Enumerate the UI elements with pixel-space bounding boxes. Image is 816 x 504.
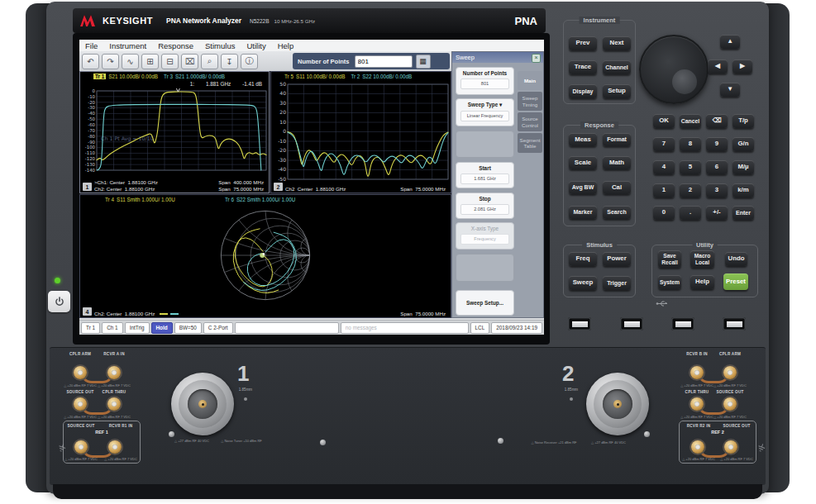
trace-1-label[interactable]: Tr 1 bbox=[93, 74, 106, 79]
status-hold-badge[interactable]: Hold bbox=[151, 322, 173, 334]
usb-port-1[interactable] bbox=[568, 317, 591, 330]
menu-instrument[interactable]: Instrument bbox=[103, 41, 152, 50]
macro-local-button[interactable]: Macro Local bbox=[690, 250, 714, 268]
usb-port-4[interactable] bbox=[723, 317, 746, 330]
help-button[interactable]: Help bbox=[690, 275, 714, 289]
tab-segment-table[interactable]: Segment Table bbox=[518, 133, 542, 153]
power-button-stimulus[interactable]: Power bbox=[603, 252, 631, 266]
source-out-connector[interactable] bbox=[723, 397, 737, 411]
sweep-button[interactable]: Sweep bbox=[569, 276, 597, 290]
key-1[interactable]: 1 bbox=[653, 183, 675, 197]
keypad-icon[interactable]: ▦ bbox=[416, 55, 431, 69]
cplr-arm-connector[interactable] bbox=[723, 366, 737, 379]
rotary-knob[interactable] bbox=[639, 35, 709, 104]
trace-button[interactable]: Trace bbox=[569, 60, 597, 74]
save-recall-button[interactable]: Save Recall bbox=[658, 250, 681, 268]
prev-button[interactable]: Prev bbox=[569, 36, 597, 50]
tab-sweep-timing[interactable]: Sweep Timing bbox=[518, 92, 542, 111]
preset-button[interactable]: Preset bbox=[723, 273, 748, 290]
new-window-icon[interactable]: ⊞ bbox=[141, 54, 159, 69]
menu-file[interactable]: File bbox=[79, 41, 103, 50]
usb-port-3[interactable] bbox=[671, 317, 694, 330]
menu-response[interactable]: Response bbox=[152, 41, 199, 50]
sweep-type-button[interactable]: Sweep Type ▾ Linear Frequency bbox=[456, 98, 514, 126]
key-3[interactable]: 3 bbox=[706, 183, 728, 197]
cal-button[interactable]: Cal bbox=[603, 181, 631, 194]
cplr-thru-connector[interactable] bbox=[690, 397, 704, 411]
window-1[interactable]: Tr 1 S21 10.00dB/ 0.00dB Tr 3 S21 1.000d… bbox=[79, 71, 270, 193]
rcvr-r1-in-connector[interactable] bbox=[108, 440, 122, 454]
trigger-button[interactable]: Trigger bbox=[603, 276, 631, 290]
trace-4-label[interactable]: Tr 4 bbox=[105, 197, 114, 202]
status-channel[interactable]: Ch 1 bbox=[102, 322, 123, 334]
status-bandwidth[interactable]: BW=50 bbox=[174, 322, 202, 334]
avg-bw-button[interactable]: Avg BW bbox=[569, 181, 597, 194]
cancel-key[interactable]: Cancel bbox=[680, 114, 701, 128]
giga-nano-key[interactable]: G/n bbox=[732, 137, 754, 151]
rcvr-b-in-connector[interactable] bbox=[690, 366, 704, 379]
status-trace[interactable]: Tr 1 bbox=[81, 322, 100, 334]
display-button[interactable]: Display bbox=[569, 84, 597, 98]
menu-stimulus[interactable]: Stimulus bbox=[199, 41, 241, 50]
menu-utility[interactable]: Utility bbox=[241, 41, 271, 50]
rcvr-r2-in-connector[interactable] bbox=[691, 440, 704, 454]
status-trigger[interactable]: IntTrig bbox=[125, 322, 150, 334]
tab-source-control[interactable]: Source Control bbox=[518, 112, 542, 131]
system-button[interactable]: System bbox=[658, 275, 681, 289]
cplr-arm-connector[interactable] bbox=[74, 366, 87, 379]
menu-help[interactable]: Help bbox=[272, 41, 300, 50]
backspace-key[interactable]: ⌫ bbox=[706, 114, 728, 128]
enter-key[interactable]: Enter bbox=[732, 206, 754, 220]
source-out-connector[interactable] bbox=[74, 397, 87, 411]
window-4[interactable]: Tr 4 S11 Smith 1.000U/ 1.00U Tr 6 S22 Sm… bbox=[79, 194, 451, 318]
redo-icon[interactable]: ↷ bbox=[102, 54, 119, 69]
sweep-number-of-points-button[interactable]: Number of Points 801 bbox=[456, 67, 514, 95]
sweep-stop-button[interactable]: Stop 2.081 GHz bbox=[456, 193, 514, 219]
ok-key[interactable]: OK bbox=[653, 114, 675, 128]
key-2[interactable]: 2 bbox=[680, 183, 701, 197]
trace-icon[interactable]: ∿ bbox=[122, 54, 139, 69]
save-icon[interactable]: ↧ bbox=[221, 54, 238, 69]
trace-3-label[interactable]: Tr 3 bbox=[164, 74, 173, 79]
cplr-thru-connector[interactable] bbox=[107, 397, 121, 411]
key-7[interactable]: 7 bbox=[653, 137, 675, 151]
kilo-milli-key[interactable]: k/m bbox=[732, 183, 754, 197]
tera-pico-key[interactable]: T/p bbox=[732, 114, 754, 128]
key-4[interactable]: 4 bbox=[653, 160, 675, 174]
meas-button[interactable]: Meas bbox=[569, 133, 597, 146]
decimal-key[interactable]: . bbox=[680, 206, 701, 220]
number-of-points-input[interactable] bbox=[355, 55, 413, 68]
port-1-connector[interactable] bbox=[171, 373, 234, 435]
arrow-right-button[interactable]: ▶ bbox=[732, 59, 752, 74]
format-button[interactable]: Format bbox=[603, 133, 631, 146]
zoom-icon[interactable]: ⌕ bbox=[201, 54, 218, 69]
port-2-connector[interactable] bbox=[586, 373, 649, 435]
marker-button[interactable]: Marker bbox=[569, 206, 597, 219]
undo-icon[interactable]: ↶ bbox=[82, 54, 99, 69]
status-cal[interactable]: C 2-Port bbox=[203, 322, 233, 334]
ref1-source-out-connector[interactable] bbox=[74, 440, 88, 454]
usb-port-2[interactable] bbox=[620, 317, 643, 330]
trace-5-label[interactable]: Tr 5 bbox=[284, 74, 293, 79]
plus-minus-key[interactable]: +/- bbox=[706, 206, 728, 220]
delete-icon[interactable]: ⌧ bbox=[181, 54, 198, 69]
scale-button[interactable]: Scale bbox=[569, 156, 597, 169]
arrow-up-button[interactable]: ▲ bbox=[720, 35, 740, 49]
key-6[interactable]: 6 bbox=[706, 160, 728, 174]
trace-2-label[interactable]: Tr 2 bbox=[351, 74, 360, 79]
key-9[interactable]: 9 bbox=[706, 137, 728, 151]
key-0[interactable]: 0 bbox=[653, 206, 675, 220]
mega-micro-key[interactable]: M/µ bbox=[732, 160, 754, 174]
search-button[interactable]: Search bbox=[603, 206, 631, 219]
undo-button[interactable]: Undo bbox=[725, 252, 747, 266]
arrow-left-button[interactable]: ◀ bbox=[708, 59, 728, 74]
window-2[interactable]: Tr 5 S11 10.00dB/ 0.00dB Tr 2 S22 10.00d… bbox=[270, 71, 451, 193]
rcvr-a-in-connector[interactable] bbox=[107, 366, 121, 379]
key-8[interactable]: 8 bbox=[680, 137, 701, 151]
info-icon[interactable]: ⓘ bbox=[241, 54, 258, 69]
setup-button[interactable]: Setup bbox=[603, 84, 631, 98]
tile-windows-icon[interactable]: ⊟ bbox=[161, 54, 179, 69]
tab-main[interactable]: Main bbox=[518, 71, 542, 90]
next-button[interactable]: Next bbox=[603, 36, 631, 50]
sweep-start-button[interactable]: Start 1.681 GHz bbox=[456, 162, 514, 188]
